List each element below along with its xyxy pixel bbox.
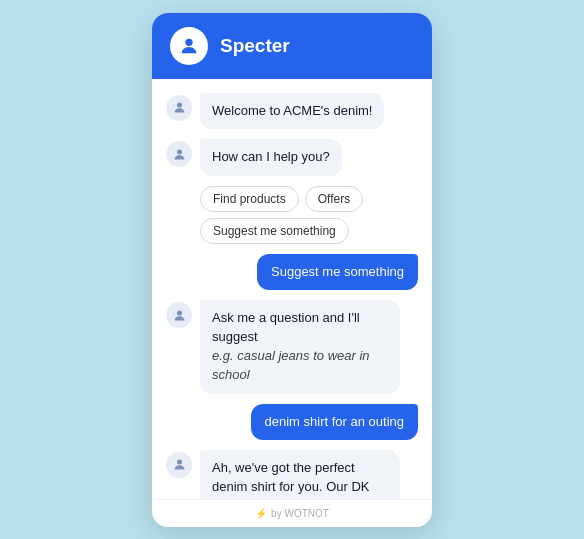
bot-avatar-1 xyxy=(166,95,192,121)
bot-message-4: Ah, we've got the perfect denim shirt fo… xyxy=(166,450,418,499)
svg-point-4 xyxy=(177,460,182,465)
option-suggest[interactable]: Suggest me something xyxy=(200,218,349,244)
user-message-1: Suggest me something xyxy=(166,254,418,290)
bot-bubble-2: How can I help you? xyxy=(200,139,342,176)
user-message-2: denim shirt for an outing xyxy=(166,404,418,440)
bot-bubble-4: Ah, we've got the perfect denim shirt fo… xyxy=(200,450,400,499)
svg-point-1 xyxy=(177,103,182,108)
bot-avatar-2 xyxy=(166,141,192,167)
bot-message-2: How can I help you? xyxy=(166,139,418,176)
svg-point-3 xyxy=(177,310,182,315)
chat-body[interactable]: Welcome to ACME's denim! How can I help … xyxy=(152,79,432,499)
bot-message-1: Welcome to ACME's denim! xyxy=(166,93,418,130)
bot-message-3: Ask me a question and I'll suggest e.g. … xyxy=(166,300,418,393)
user-bubble-2: denim shirt for an outing xyxy=(251,404,418,440)
chat-widget: Specter Welcome to ACME's denim! xyxy=(152,13,432,527)
header-title: Specter xyxy=(220,35,290,57)
bot-avatar-3 xyxy=(166,302,192,328)
svg-point-0 xyxy=(185,38,192,45)
lightning-icon: ⚡ xyxy=(255,508,267,519)
bot-bubble-3: Ask me a question and I'll suggest e.g. … xyxy=(200,300,400,393)
header-bot-avatar xyxy=(170,27,208,65)
option-offers[interactable]: Offers xyxy=(305,186,363,212)
chat-header: Specter xyxy=(152,13,432,79)
bot-bubble-1: Welcome to ACME's denim! xyxy=(200,93,384,130)
svg-point-2 xyxy=(177,149,182,154)
bot-avatar-4 xyxy=(166,452,192,478)
options-row: Find products Offers Suggest me somethin… xyxy=(200,186,418,244)
user-bubble-1: Suggest me something xyxy=(257,254,418,290)
option-find-products[interactable]: Find products xyxy=(200,186,299,212)
chat-footer: ⚡ by WOTNOT xyxy=(152,499,432,527)
footer-label: by WOTNOT xyxy=(271,508,329,519)
